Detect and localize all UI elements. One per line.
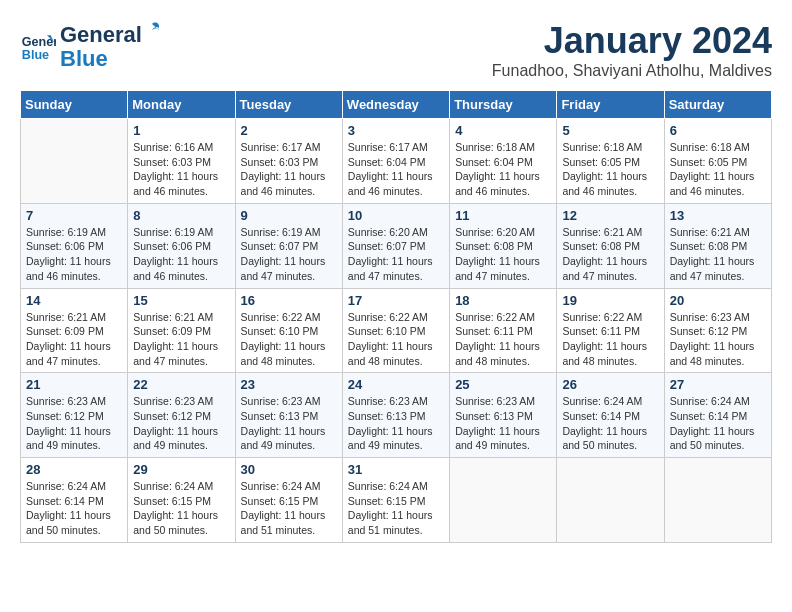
day-number: 21 — [26, 377, 122, 392]
day-info: Sunrise: 6:24 AMSunset: 6:14 PMDaylight:… — [26, 479, 122, 538]
day-info: Sunrise: 6:21 AMSunset: 6:09 PMDaylight:… — [133, 310, 229, 369]
weekday-header-wednesday: Wednesday — [342, 91, 449, 119]
calendar-cell: 7Sunrise: 6:19 AMSunset: 6:06 PMDaylight… — [21, 203, 128, 288]
title-section: January 2024 Funadhoo, Shaviyani Atholhu… — [492, 20, 772, 80]
day-info: Sunrise: 6:24 AMSunset: 6:14 PMDaylight:… — [562, 394, 658, 453]
calendar-cell: 25Sunrise: 6:23 AMSunset: 6:13 PMDayligh… — [450, 373, 557, 458]
weekday-header-tuesday: Tuesday — [235, 91, 342, 119]
calendar-cell: 13Sunrise: 6:21 AMSunset: 6:08 PMDayligh… — [664, 203, 771, 288]
day-number: 28 — [26, 462, 122, 477]
logo-general-text: General — [60, 23, 142, 47]
calendar-cell: 5Sunrise: 6:18 AMSunset: 6:05 PMDaylight… — [557, 119, 664, 204]
calendar-cell: 28Sunrise: 6:24 AMSunset: 6:14 PMDayligh… — [21, 458, 128, 543]
calendar-cell: 10Sunrise: 6:20 AMSunset: 6:07 PMDayligh… — [342, 203, 449, 288]
calendar-week-row: 7Sunrise: 6:19 AMSunset: 6:06 PMDaylight… — [21, 203, 772, 288]
calendar-cell — [450, 458, 557, 543]
day-number: 23 — [241, 377, 337, 392]
calendar-week-row: 21Sunrise: 6:23 AMSunset: 6:12 PMDayligh… — [21, 373, 772, 458]
calendar-week-row: 1Sunrise: 6:16 AMSunset: 6:03 PMDaylight… — [21, 119, 772, 204]
calendar-cell: 21Sunrise: 6:23 AMSunset: 6:12 PMDayligh… — [21, 373, 128, 458]
day-info: Sunrise: 6:19 AMSunset: 6:06 PMDaylight:… — [26, 225, 122, 284]
day-info: Sunrise: 6:20 AMSunset: 6:07 PMDaylight:… — [348, 225, 444, 284]
day-number: 6 — [670, 123, 766, 138]
day-number: 16 — [241, 293, 337, 308]
day-info: Sunrise: 6:23 AMSunset: 6:12 PMDaylight:… — [670, 310, 766, 369]
calendar-cell: 22Sunrise: 6:23 AMSunset: 6:12 PMDayligh… — [128, 373, 235, 458]
day-info: Sunrise: 6:16 AMSunset: 6:03 PMDaylight:… — [133, 140, 229, 199]
calendar-cell: 11Sunrise: 6:20 AMSunset: 6:08 PMDayligh… — [450, 203, 557, 288]
calendar-cell — [21, 119, 128, 204]
day-info: Sunrise: 6:23 AMSunset: 6:12 PMDaylight:… — [26, 394, 122, 453]
day-number: 7 — [26, 208, 122, 223]
day-info: Sunrise: 6:22 AMSunset: 6:11 PMDaylight:… — [455, 310, 551, 369]
calendar-cell: 29Sunrise: 6:24 AMSunset: 6:15 PMDayligh… — [128, 458, 235, 543]
day-number: 12 — [562, 208, 658, 223]
day-number: 1 — [133, 123, 229, 138]
calendar-cell: 8Sunrise: 6:19 AMSunset: 6:06 PMDaylight… — [128, 203, 235, 288]
day-number: 18 — [455, 293, 551, 308]
calendar-week-row: 28Sunrise: 6:24 AMSunset: 6:14 PMDayligh… — [21, 458, 772, 543]
weekday-header-row: SundayMondayTuesdayWednesdayThursdayFrid… — [21, 91, 772, 119]
logo-icon: General Blue — [20, 28, 56, 64]
day-info: Sunrise: 6:20 AMSunset: 6:08 PMDaylight:… — [455, 225, 551, 284]
day-info: Sunrise: 6:24 AMSunset: 6:15 PMDaylight:… — [348, 479, 444, 538]
day-number: 19 — [562, 293, 658, 308]
day-number: 2 — [241, 123, 337, 138]
calendar-cell: 24Sunrise: 6:23 AMSunset: 6:13 PMDayligh… — [342, 373, 449, 458]
day-info: Sunrise: 6:21 AMSunset: 6:08 PMDaylight:… — [562, 225, 658, 284]
day-number: 26 — [562, 377, 658, 392]
calendar-cell: 16Sunrise: 6:22 AMSunset: 6:10 PMDayligh… — [235, 288, 342, 373]
day-number: 27 — [670, 377, 766, 392]
day-info: Sunrise: 6:23 AMSunset: 6:13 PMDaylight:… — [348, 394, 444, 453]
calendar-cell: 15Sunrise: 6:21 AMSunset: 6:09 PMDayligh… — [128, 288, 235, 373]
calendar-cell: 9Sunrise: 6:19 AMSunset: 6:07 PMDaylight… — [235, 203, 342, 288]
month-title: January 2024 — [492, 20, 772, 62]
day-number: 20 — [670, 293, 766, 308]
day-info: Sunrise: 6:18 AMSunset: 6:04 PMDaylight:… — [455, 140, 551, 199]
day-number: 8 — [133, 208, 229, 223]
day-info: Sunrise: 6:22 AMSunset: 6:11 PMDaylight:… — [562, 310, 658, 369]
day-info: Sunrise: 6:22 AMSunset: 6:10 PMDaylight:… — [348, 310, 444, 369]
day-info: Sunrise: 6:19 AMSunset: 6:07 PMDaylight:… — [241, 225, 337, 284]
weekday-header-sunday: Sunday — [21, 91, 128, 119]
day-number: 14 — [26, 293, 122, 308]
day-number: 9 — [241, 208, 337, 223]
weekday-header-friday: Friday — [557, 91, 664, 119]
calendar-cell: 31Sunrise: 6:24 AMSunset: 6:15 PMDayligh… — [342, 458, 449, 543]
day-number: 10 — [348, 208, 444, 223]
calendar-cell: 6Sunrise: 6:18 AMSunset: 6:05 PMDaylight… — [664, 119, 771, 204]
day-number: 5 — [562, 123, 658, 138]
day-number: 11 — [455, 208, 551, 223]
calendar-cell: 4Sunrise: 6:18 AMSunset: 6:04 PMDaylight… — [450, 119, 557, 204]
calendar-cell: 19Sunrise: 6:22 AMSunset: 6:11 PMDayligh… — [557, 288, 664, 373]
calendar-cell: 14Sunrise: 6:21 AMSunset: 6:09 PMDayligh… — [21, 288, 128, 373]
weekday-header-monday: Monday — [128, 91, 235, 119]
day-info: Sunrise: 6:24 AMSunset: 6:14 PMDaylight:… — [670, 394, 766, 453]
page-header: General Blue General Blue January 2024 F… — [20, 20, 772, 80]
day-info: Sunrise: 6:23 AMSunset: 6:12 PMDaylight:… — [133, 394, 229, 453]
day-info: Sunrise: 6:21 AMSunset: 6:08 PMDaylight:… — [670, 225, 766, 284]
calendar-cell: 1Sunrise: 6:16 AMSunset: 6:03 PMDaylight… — [128, 119, 235, 204]
day-info: Sunrise: 6:24 AMSunset: 6:15 PMDaylight:… — [133, 479, 229, 538]
logo-bird-icon — [143, 20, 161, 42]
logo: General Blue General Blue — [20, 20, 161, 71]
calendar-cell: 27Sunrise: 6:24 AMSunset: 6:14 PMDayligh… — [664, 373, 771, 458]
day-info: Sunrise: 6:22 AMSunset: 6:10 PMDaylight:… — [241, 310, 337, 369]
calendar-week-row: 14Sunrise: 6:21 AMSunset: 6:09 PMDayligh… — [21, 288, 772, 373]
calendar-cell: 23Sunrise: 6:23 AMSunset: 6:13 PMDayligh… — [235, 373, 342, 458]
calendar-cell — [557, 458, 664, 543]
day-number: 30 — [241, 462, 337, 477]
calendar-cell: 17Sunrise: 6:22 AMSunset: 6:10 PMDayligh… — [342, 288, 449, 373]
calendar-table: SundayMondayTuesdayWednesdayThursdayFrid… — [20, 90, 772, 543]
svg-text:Blue: Blue — [22, 47, 49, 61]
day-info: Sunrise: 6:21 AMSunset: 6:09 PMDaylight:… — [26, 310, 122, 369]
weekday-header-thursday: Thursday — [450, 91, 557, 119]
day-number: 15 — [133, 293, 229, 308]
calendar-cell: 12Sunrise: 6:21 AMSunset: 6:08 PMDayligh… — [557, 203, 664, 288]
day-info: Sunrise: 6:23 AMSunset: 6:13 PMDaylight:… — [455, 394, 551, 453]
day-number: 25 — [455, 377, 551, 392]
day-number: 3 — [348, 123, 444, 138]
day-number: 29 — [133, 462, 229, 477]
day-number: 17 — [348, 293, 444, 308]
calendar-cell: 20Sunrise: 6:23 AMSunset: 6:12 PMDayligh… — [664, 288, 771, 373]
